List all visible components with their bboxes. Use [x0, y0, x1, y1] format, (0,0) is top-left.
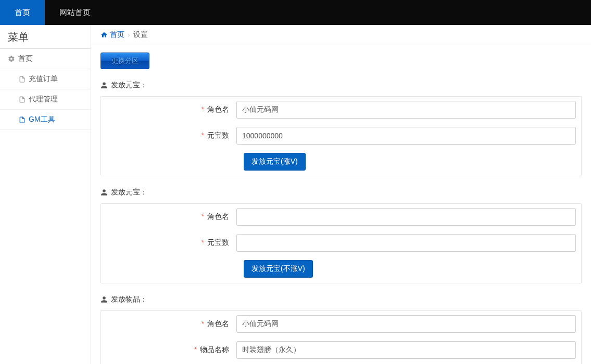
topnav-item-home[interactable]: 首页 — [0, 0, 45, 25]
breadcrumb-separator: › — [128, 31, 130, 39]
amount-input[interactable] — [236, 234, 576, 252]
role-input[interactable] — [236, 315, 576, 333]
item-name-input[interactable] — [236, 341, 576, 359]
home-icon — [100, 31, 108, 38]
section-yuanbao-nov: 发放元宝： * 角色名 * 元宝数 发放元宝(不涨V) — [100, 188, 582, 283]
file-icon — [19, 96, 26, 103]
form-row-role: * 角色名 — [101, 311, 581, 337]
sidebar-item-agent[interactable]: 代理管理 — [0, 89, 91, 110]
main-content: 首页 › 设置 更换分区 发放元宝： * 角色名 — [91, 25, 591, 364]
form-row-item: * 物品名称 — [101, 337, 581, 363]
form-row-role: * 角色名 — [101, 204, 581, 230]
section-title-text: 发放物品： — [111, 295, 147, 304]
form-label-item: * 物品名称 — [106, 345, 236, 355]
form-label-amount: * 元宝数 — [106, 238, 236, 248]
sidebar-item-home[interactable]: 首页 — [0, 49, 91, 69]
form-row-amount: * 元宝数 — [101, 123, 581, 149]
user-icon — [100, 296, 108, 303]
breadcrumb-home[interactable]: 首页 — [100, 30, 124, 40]
section-title: 发放物品： — [100, 295, 582, 304]
submit-yuanbao-nov-button[interactable]: 发放元宝(不涨V) — [244, 260, 313, 278]
form-label-amount: * 元宝数 — [106, 131, 236, 140]
breadcrumb: 首页 › 设置 — [91, 25, 591, 45]
topnav-item-site-home[interactable]: 网站首页 — [45, 0, 105, 25]
breadcrumb-current: 设置 — [133, 30, 148, 40]
form-row-role: * 角色名 — [101, 97, 581, 123]
user-icon — [100, 189, 108, 196]
sidebar-item-gm-tools[interactable]: GM工具 — [0, 110, 91, 130]
file-icon — [19, 116, 26, 123]
section-item: 发放物品： * 角色名 * 物品名称 * 物品数量 — [100, 295, 582, 364]
form-label-role: * 角色名 — [106, 212, 236, 222]
amount-input[interactable] — [236, 127, 576, 145]
submit-yuanbao-v-button[interactable]: 发放元宝(涨V) — [244, 153, 306, 171]
role-input[interactable] — [236, 101, 576, 119]
form-row-amount: * 元宝数 — [101, 230, 581, 256]
section-title-text: 发放元宝： — [111, 188, 147, 197]
form-label-role: * 角色名 — [106, 319, 236, 329]
sidebar-item-recharge[interactable]: 充值订单 — [0, 69, 91, 89]
update-zone-button[interactable]: 更换分区 — [100, 53, 149, 69]
breadcrumb-home-label: 首页 — [110, 30, 124, 40]
user-icon — [100, 82, 108, 89]
form-label-role: * 角色名 — [106, 105, 236, 114]
section-title: 发放元宝： — [100, 188, 582, 197]
sidebar-item-label: 首页 — [18, 54, 33, 63]
gear-icon — [8, 55, 15, 62]
section-yuanbao-v: 发放元宝： * 角色名 * 元宝数 发放元宝(涨V) — [100, 81, 582, 176]
sidebar-item-label: GM工具 — [29, 115, 55, 124]
section-title-text: 发放元宝： — [111, 81, 147, 90]
form-box: * 角色名 * 元宝数 发放元宝(涨V) — [100, 96, 582, 176]
sidebar-title: 菜单 — [0, 25, 91, 49]
topnav: 首页 网站首页 — [0, 0, 591, 25]
section-title: 发放元宝： — [100, 81, 582, 90]
sidebar-item-label: 充值订单 — [29, 74, 58, 84]
role-input[interactable] — [236, 208, 576, 226]
file-icon — [19, 76, 26, 83]
form-box: * 角色名 * 元宝数 发放元宝(不涨V) — [100, 203, 582, 283]
sidebar-item-label: 代理管理 — [29, 95, 58, 104]
sidebar: 菜单 首页 充值订单 代理管理 GM工具 — [0, 25, 91, 364]
form-box: * 角色名 * 物品名称 * 物品数量 发放物品 — [100, 310, 582, 364]
